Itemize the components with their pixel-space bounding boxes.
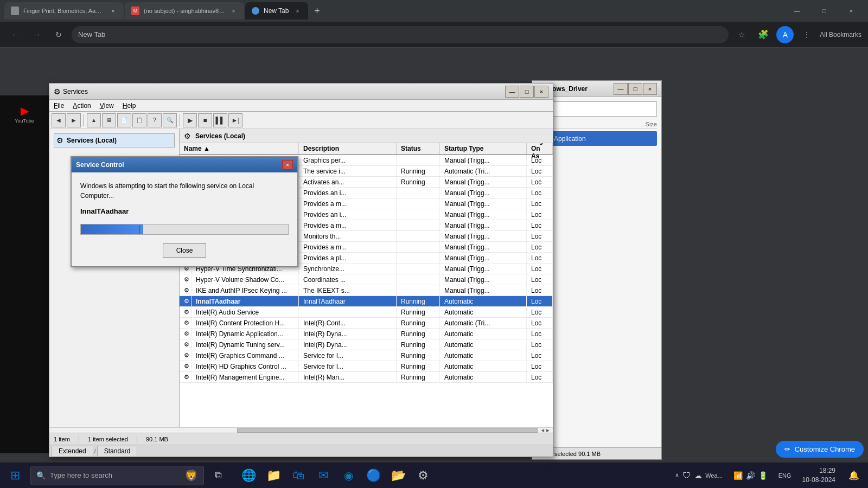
tab-favicon-1 (11, 7, 19, 15)
extensions-button[interactable]: 🧩 (755, 26, 772, 43)
menu-button[interactable]: ⋮ (798, 26, 815, 43)
dialog-progress-bar (80, 224, 289, 235)
address-text: New Tab (78, 30, 722, 38)
nav-bar: ← → ↻ New Tab ☆ 🧩 A ⋮ All Bookmarks (0, 22, 868, 48)
dialog-close-button[interactable]: × (282, 160, 293, 170)
tab-group: Finger Print, Biometrics, Aadha... × M (… (4, 2, 782, 20)
dialog-buttons: Close (80, 243, 289, 258)
tab-close-3[interactable]: × (293, 7, 302, 15)
back-button[interactable]: ← (7, 26, 24, 43)
dialog-overlay: Service Control × Windows is attempting … (0, 48, 868, 488)
bookmark-bar-label[interactable]: All Bookmarks (820, 31, 861, 38)
dialog-title-text: Service Control (76, 161, 282, 169)
dialog-message: Windows is attempting to start the follo… (80, 181, 289, 201)
tab-close-2[interactable]: × (229, 7, 238, 15)
maximize-button[interactable]: □ (812, 2, 837, 20)
dialog-body: Windows is attempting to start the follo… (72, 172, 297, 266)
tab-favicon-3 (252, 7, 259, 15)
progress-fill (81, 224, 143, 234)
tab-newtab[interactable]: New Tab × (245, 2, 308, 20)
tab-favicon-2: M (131, 7, 139, 15)
address-bar[interactable]: New Tab (72, 26, 729, 43)
minimize-button[interactable]: — (784, 2, 809, 20)
close-button[interactable]: × (839, 2, 864, 20)
tab-title-2: (no subject) - singhabhinav807... (144, 8, 225, 14)
dialog-service-name: InnalTAadhaar (80, 207, 289, 215)
tab-gmail[interactable]: M (no subject) - singhabhinav807... × (125, 2, 244, 20)
content-area: ▶ YouTube ⚙ Services — □ × File Action V… (0, 48, 868, 488)
bookmark-button[interactable]: ☆ (733, 26, 750, 43)
service-control-dialog: Service Control × Windows is attempting … (71, 156, 298, 267)
progress-cursor (139, 226, 140, 234)
tab-title-3: New Tab (264, 7, 289, 15)
dialog-close-btn[interactable]: Close (163, 243, 206, 258)
tab-title-1: Finger Print, Biometrics, Aadha... (23, 8, 105, 14)
tab-close-1[interactable]: × (109, 7, 117, 15)
new-tab-button[interactable]: + (309, 3, 324, 18)
forward-button[interactable]: → (28, 26, 46, 43)
dialog-titlebar: Service Control × (72, 157, 297, 172)
profile-button[interactable]: A (776, 26, 794, 43)
window-controls: — □ × (784, 2, 864, 20)
title-bar: Finger Print, Biometrics, Aadha... × M (… (0, 0, 868, 22)
tab-fingerprint[interactable]: Finger Print, Biometrics, Aadha... × (4, 2, 124, 20)
reload-button[interactable]: ↻ (50, 26, 67, 43)
chrome-window: Finger Print, Biometrics, Aadha... × M (… (0, 0, 868, 488)
